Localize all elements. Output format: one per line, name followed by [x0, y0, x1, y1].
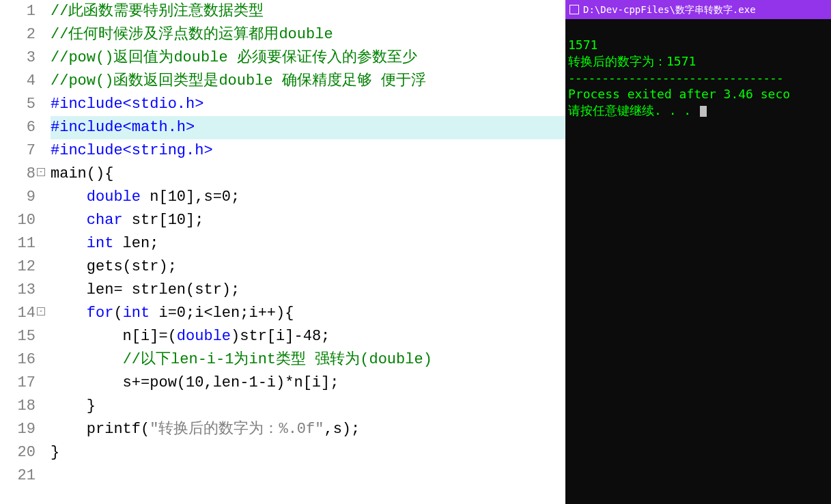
code-line[interactable]: s+=pow(10,len-1-i)*n[i]; [51, 372, 565, 395]
code-line[interactable]: #include<stdio.h> [51, 93, 565, 116]
code-line[interactable]: //pow()返回值为double 必须要保证传入的参数至少 [51, 46, 565, 70]
console-titlebar[interactable]: D:\Dev-cppFiles\数字串转数字.exe [565, 0, 831, 19]
line-number: 16 [0, 348, 36, 372]
console-output: 1571 转换后的数字为：1571 ----------------------… [565, 19, 831, 504]
code-token: //此函数需要特别注意数据类型 [51, 3, 264, 20]
code-token: s+=pow(10,len-1-i)*n[i]; [51, 374, 339, 391]
code-token: ,s); [324, 421, 360, 438]
code-token [51, 351, 123, 368]
code-token: double [87, 188, 141, 206]
console-line: 转换后的数字为：1571 [568, 54, 696, 68]
code-line[interactable]: main(){ [51, 163, 565, 186]
code-line[interactable]: printf("转换后的数字为：%.0f",s); [51, 418, 565, 441]
code-line[interactable]: char str[10]; [51, 209, 565, 232]
line-number: 6 [0, 116, 36, 139]
line-number: 8- [0, 163, 36, 186]
code-editor[interactable]: 12345678-91011121314-15161718192021 //此函… [0, 0, 565, 504]
code-token: //以下len-i-1为int类型 强转为(double) [123, 351, 432, 368]
code-line[interactable]: #include<string.h> [51, 139, 565, 163]
line-number: 19 [0, 418, 36, 441]
code-token: )str[i]-48; [231, 328, 330, 345]
line-number: 13 [0, 279, 36, 302]
code-token: gets(str); [51, 258, 177, 275]
code-token [51, 305, 87, 322]
console-window[interactable]: D:\Dev-cppFiles\数字串转数字.exe 1571 转换后的数字为：… [565, 0, 831, 504]
code-token [51, 188, 87, 206]
code-line[interactable]: //此函数需要特别注意数据类型 [51, 0, 565, 23]
line-number: 14- [0, 302, 36, 325]
code-token: i=0;i<len;i++){ [150, 305, 294, 322]
line-number: 5 [0, 93, 36, 116]
code-token: printf( [51, 421, 150, 438]
code-token: for [87, 305, 114, 322]
code-line[interactable]: //以下len-i-1为int类型 强转为(double) [51, 348, 565, 372]
line-number: 1 [0, 0, 36, 23]
line-number: 21 [0, 464, 36, 488]
code-line[interactable]: #include<math.h> [51, 116, 565, 139]
line-number: 2 [0, 23, 36, 46]
code-line[interactable]: //pow()函数返回类型是double 确保精度足够 便于浮 [51, 70, 565, 93]
cursor-icon [700, 106, 707, 117]
line-number: 12 [0, 255, 36, 279]
code-token: ( [113, 305, 122, 322]
code-token: //pow()返回值为double 必须要保证传入的参数至少 [51, 49, 417, 66]
console-separator: -------------------------------- [568, 70, 783, 85]
code-token: #include<math.h> [51, 119, 195, 136]
code-area[interactable]: //此函数需要特别注意数据类型//任何时候涉及浮点数的运算都用double//p… [38, 0, 565, 504]
code-token: } [51, 397, 96, 415]
code-token: int [87, 235, 114, 252]
code-token: //pow()函数返回类型是double 确保精度足够 便于浮 [51, 72, 426, 89]
line-number: 4 [0, 70, 36, 93]
console-line: Process exited after 3.46 seco [568, 87, 790, 101]
console-title-text: D:\Dev-cppFiles\数字串转数字.exe [583, 0, 756, 19]
code-token: double [177, 328, 231, 345]
code-token: #include<stdio.h> [51, 96, 203, 113]
code-line[interactable]: len= strlen(str); [51, 279, 565, 302]
code-token [51, 235, 87, 252]
code-token: main(){ [51, 165, 113, 182]
line-number: 11 [0, 232, 36, 255]
code-line[interactable]: //任何时候涉及浮点数的运算都用double [51, 23, 565, 46]
line-number: 7 [0, 139, 36, 163]
code-token: char [87, 212, 123, 229]
line-number-gutter: 12345678-91011121314-15161718192021 [0, 0, 38, 504]
code-line[interactable]: n[i]=(double)str[i]-48; [51, 325, 565, 348]
code-line[interactable] [51, 464, 565, 488]
code-token [51, 212, 87, 229]
code-token: n[10],s=0; [141, 188, 240, 206]
code-token: #include<string.h> [51, 142, 213, 159]
line-number: 18 [0, 395, 36, 418]
line-number: 3 [0, 46, 36, 70]
code-token: } [51, 444, 59, 461]
code-token: str[10]; [123, 212, 204, 229]
line-number: 20 [0, 441, 36, 464]
line-number: 10 [0, 209, 36, 232]
code-line[interactable]: } [51, 441, 565, 464]
code-line[interactable]: gets(str); [51, 255, 565, 279]
line-number: 9 [0, 186, 36, 209]
console-line: 请按任意键继续. . . [568, 103, 707, 117]
code-line[interactable]: } [51, 395, 565, 418]
line-number: 17 [0, 372, 36, 395]
code-line[interactable]: double n[10],s=0; [51, 186, 565, 209]
line-number: 15 [0, 325, 36, 348]
code-token: //任何时候涉及浮点数的运算都用double [51, 26, 333, 43]
console-line: 1571 [568, 38, 597, 52]
code-token: len= strlen(str); [51, 281, 240, 298]
code-line[interactable]: for(int i=0;i<len;i++){ [51, 302, 565, 325]
code-token: n[i]=( [51, 328, 177, 345]
console-app-icon [569, 5, 579, 14]
code-token: "转换后的数字为：%.0f" [150, 421, 324, 438]
code-token: int [123, 305, 150, 322]
code-token: len; [113, 235, 158, 252]
code-line[interactable]: int len; [51, 232, 565, 255]
